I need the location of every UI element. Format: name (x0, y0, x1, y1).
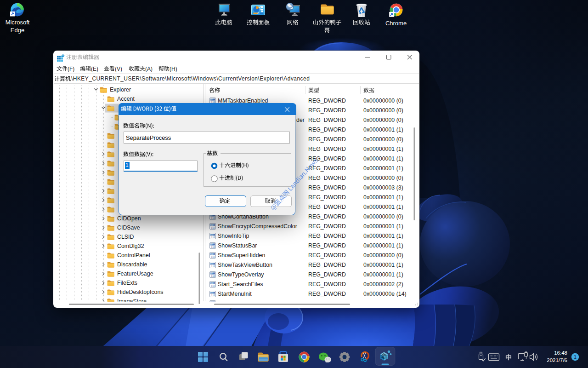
svg-text:StartMenuInit: StartMenuInit (218, 291, 252, 297)
svg-text:REG_DWORD: REG_DWORD (308, 194, 346, 201)
svg-text:Start_SearchFiles: Start_SearchFiles (218, 281, 263, 288)
svg-text:REG_DWORD: REG_DWORD (308, 204, 346, 210)
svg-text:ControlPanel: ControlPanel (117, 252, 150, 259)
svg-text:REG_DWORD: REG_DWORD (308, 271, 346, 278)
svg-text:der: der (296, 117, 305, 123)
svg-text:Discardable: Discardable (117, 261, 147, 268)
svg-text:0x0000000e (14): 0x0000000e (14) (363, 291, 407, 297)
svg-text:Explorer: Explorer (110, 86, 131, 93)
svg-text:ShowInfoTip: ShowInfoTip (218, 233, 249, 239)
svg-text:0x00000001 (1): 0x00000001 (1) (363, 233, 403, 239)
svg-text:REG_DWORD: REG_DWORD (308, 262, 346, 268)
svg-text:0x00000001 (1): 0x00000001 (1) (363, 223, 403, 230)
svg-text:REG_DWORD: REG_DWORD (308, 155, 346, 162)
svg-text:REG_DWORD: REG_DWORD (308, 223, 346, 230)
svg-text:REG_DWORD: REG_DWORD (308, 136, 346, 143)
svg-text:REG_DWORD: REG_DWORD (308, 213, 346, 220)
svg-text:REG_DWORD: REG_DWORD (308, 126, 346, 133)
svg-text:0x00000000 (0): 0x00000000 (0) (363, 252, 403, 259)
svg-text:ImageStore: ImageStore (117, 298, 147, 305)
svg-text:ShowSuperHidden: ShowSuperHidden (218, 252, 265, 259)
svg-text:0x00000001 (1): 0x00000001 (1) (363, 194, 403, 201)
svg-text:0x00000001 (1): 0x00000001 (1) (363, 146, 403, 152)
svg-text:HideDesktopIcons: HideDesktopIcons (117, 289, 164, 295)
svg-text:ShowStatusBar: ShowStatusBar (218, 242, 257, 249)
svg-text:REG_DWORD: REG_DWORD (308, 117, 346, 123)
svg-text:0x00000000 (0): 0x00000000 (0) (363, 107, 403, 114)
svg-text:0x00000003 (3): 0x00000003 (3) (363, 184, 403, 191)
svg-text:REG_DWORD: REG_DWORD (308, 252, 346, 259)
svg-text:REG_DWORD: REG_DWORD (308, 175, 346, 181)
svg-text:Accent: Accent (117, 96, 135, 102)
svg-text:REG_DWORD: REG_DWORD (308, 291, 346, 297)
svg-text:FeatureUsage: FeatureUsage (117, 270, 153, 277)
svg-text:ShowTypeOverlay: ShowTypeOverlay (218, 271, 264, 278)
svg-text:0x00000001 (1): 0x00000001 (1) (363, 165, 403, 172)
svg-text:REG_DWORD: REG_DWORD (308, 98, 346, 104)
svg-text:0x00000001 (1): 0x00000001 (1) (363, 126, 403, 133)
svg-text:CIDOpen: CIDOpen (117, 215, 141, 222)
svg-text:CIDSave: CIDSave (117, 224, 140, 231)
svg-text:REG_DWORD: REG_DWORD (308, 233, 346, 239)
svg-text:REG_DWORD: REG_DWORD (308, 107, 346, 114)
svg-text:0x00000001 (1): 0x00000001 (1) (363, 242, 403, 249)
svg-text:ShowEncryptCompressedColor: ShowEncryptCompressedColor (218, 223, 297, 230)
svg-text:0x00000001 (1): 0x00000001 (1) (363, 155, 403, 162)
svg-text:FileExts: FileExts (117, 280, 137, 286)
svg-text:ComDlg32: ComDlg32 (117, 243, 144, 249)
svg-text:REG_DWORD: REG_DWORD (308, 281, 346, 288)
svg-text:0x00000001 (1): 0x00000001 (1) (363, 204, 403, 210)
svg-text:CLSID: CLSID (117, 234, 134, 240)
svg-text:0x00000001 (1): 0x00000001 (1) (363, 271, 403, 278)
svg-text:0x00000000 (0): 0x00000000 (0) (363, 117, 403, 123)
svg-text:0x00000000 (0): 0x00000000 (0) (363, 213, 403, 220)
svg-text:0x00000002 (2): 0x00000002 (2) (363, 281, 403, 288)
svg-text:0x00000001 (1): 0x00000001 (1) (363, 262, 403, 268)
svg-text:REG_DWORD: REG_DWORD (308, 242, 346, 249)
svg-text:0x00000000 (0): 0x00000000 (0) (363, 98, 403, 104)
svg-text:0x00000000 (0): 0x00000000 (0) (363, 136, 403, 143)
svg-text:0x00000000 (0): 0x00000000 (0) (363, 175, 403, 181)
svg-text:REG_DWORD: REG_DWORD (308, 165, 346, 172)
svg-text:REG_DWORD: REG_DWORD (308, 184, 346, 191)
svg-text:REG_DWORD: REG_DWORD (308, 146, 346, 152)
svg-text:ShowTaskViewButton: ShowTaskViewButton (218, 262, 272, 268)
